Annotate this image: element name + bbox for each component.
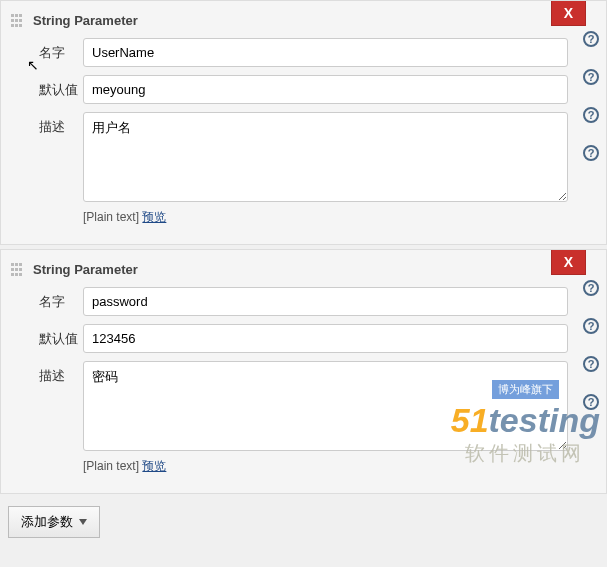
- drag-handle-icon[interactable]: [11, 14, 25, 28]
- help-icon[interactable]: ?: [583, 145, 599, 161]
- mode-text: [Plain text]: [83, 459, 139, 473]
- default-input[interactable]: [83, 324, 568, 353]
- string-parameter-block: X String Parameter ? ? ? ? 名字 默认值 描述 [Pl…: [0, 249, 607, 494]
- help-icon[interactable]: ?: [583, 31, 599, 47]
- preview-link[interactable]: 预览: [142, 210, 166, 224]
- name-label: 名字: [11, 287, 83, 311]
- preview-link[interactable]: 预览: [142, 459, 166, 473]
- default-input[interactable]: [83, 75, 568, 104]
- name-input[interactable]: [83, 287, 568, 316]
- description-textarea[interactable]: [83, 112, 568, 202]
- help-icon[interactable]: ?: [583, 107, 599, 123]
- description-label: 描述: [11, 361, 83, 385]
- name-label: 名字: [11, 38, 83, 62]
- drag-handle-icon[interactable]: [11, 263, 25, 277]
- description-textarea[interactable]: [83, 361, 568, 451]
- name-input[interactable]: [83, 38, 568, 67]
- help-icon[interactable]: ?: [583, 280, 599, 296]
- help-icon[interactable]: ?: [583, 356, 599, 372]
- add-parameter-label: 添加参数: [21, 513, 73, 531]
- default-label: 默认值: [11, 324, 83, 348]
- add-parameter-button[interactable]: 添加参数: [8, 506, 100, 538]
- chevron-down-icon: [79, 519, 87, 525]
- default-label: 默认值: [11, 75, 83, 99]
- help-icon[interactable]: ?: [583, 318, 599, 334]
- description-label: 描述: [11, 112, 83, 136]
- block-title: String Parameter: [33, 13, 138, 28]
- help-icon[interactable]: ?: [583, 69, 599, 85]
- block-title: String Parameter: [33, 262, 138, 277]
- mode-text: [Plain text]: [83, 210, 139, 224]
- help-icon[interactable]: ?: [583, 394, 599, 410]
- string-parameter-block: ↖ X String Parameter ? ? ? ? 名字 默认值 描述 […: [0, 0, 607, 245]
